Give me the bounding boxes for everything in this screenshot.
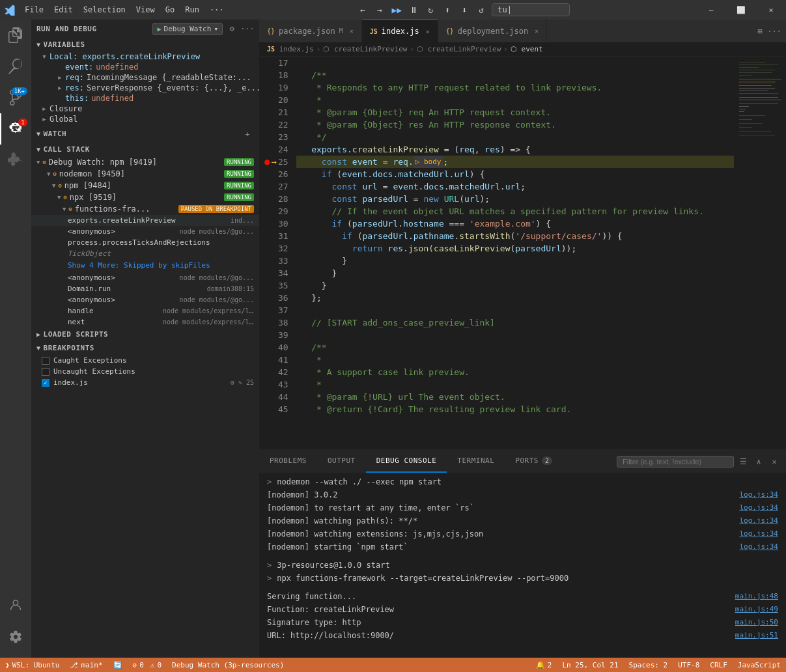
- panel-close-btn[interactable]: ✕: [768, 455, 781, 468]
- debug-settings-btn[interactable]: ⚙: [225, 22, 238, 35]
- tab-package[interactable]: {} package.json M ✕: [259, 20, 362, 42]
- debug-continue-btn[interactable]: ▶▶: [389, 2, 404, 18]
- console-file-11[interactable]: main.js:50: [735, 617, 778, 628]
- frame-domain-run[interactable]: Domain.run domain 388:15: [31, 283, 259, 294]
- debug-config-select[interactable]: ▶ Debug Watch ▾: [152, 23, 223, 35]
- debug-back-btn[interactable]: ←: [355, 2, 371, 18]
- filter-input[interactable]: [617, 456, 734, 468]
- frame-create-link[interactable]: exports.createLinkPreview ind...: [31, 215, 259, 226]
- breadcrumb-file[interactable]: JS index.js: [267, 45, 314, 53]
- debug-pause-btn[interactable]: ⏸: [406, 2, 421, 18]
- debug-refresh-btn[interactable]: ↻: [423, 2, 438, 18]
- breadcrumb-event[interactable]: ⬡ event: [511, 45, 543, 53]
- status-errors[interactable]: ⊘ 0 ⚠ 0: [128, 658, 167, 672]
- tab-index[interactable]: JS index.js ✕: [362, 20, 438, 42]
- status-notifications[interactable]: 🔔 2: [531, 658, 557, 672]
- panel-tab-terminal[interactable]: TERMINAL: [447, 450, 505, 473]
- menu-file[interactable]: File: [20, 0, 49, 20]
- menu-go[interactable]: Go: [160, 0, 180, 20]
- var-res[interactable]: ▶ res: ServerResponse {_events: {...}, _…: [31, 83, 259, 93]
- status-git[interactable]: ⎇ main*: [64, 658, 107, 672]
- debug-step-into-btn[interactable]: ⬇: [456, 2, 472, 18]
- tab-deployment-close[interactable]: ✕: [535, 27, 539, 35]
- bp-caught[interactable]: Caught Exceptions: [31, 355, 259, 366]
- breakpoints-header[interactable]: ▼ BREAKPOINTS: [31, 341, 259, 355]
- debug-more-btn[interactable]: ···: [241, 22, 254, 35]
- activity-settings[interactable]: [0, 621, 31, 652]
- split-editor-btn[interactable]: ⊞: [753, 25, 766, 38]
- closure-group[interactable]: ▶ Closure: [31, 104, 259, 114]
- frame-tickobject[interactable]: TickObject: [31, 248, 259, 259]
- panel-tab-ports[interactable]: PORTS 2: [505, 450, 563, 473]
- watch-header[interactable]: ▼ WATCH +: [31, 124, 259, 143]
- tab-index-close[interactable]: ✕: [426, 28, 430, 35]
- tab-package-close[interactable]: ✕: [350, 27, 354, 35]
- more-actions-btn[interactable]: ···: [768, 25, 781, 38]
- frame-anon1[interactable]: <anonymous> node_modules/@go...: [31, 226, 259, 237]
- bp-uncaught-checkbox[interactable]: [42, 368, 49, 376]
- activity-search[interactable]: [0, 51, 31, 82]
- console-file-3[interactable]: log.js:34: [739, 502, 778, 514]
- debug-step-over-btn[interactable]: ⬆: [440, 2, 455, 18]
- console-file-10[interactable]: main.js:49: [735, 604, 778, 615]
- panel-collapse-btn[interactable]: ∧: [752, 455, 765, 468]
- search-input-title[interactable]: tu|: [492, 3, 570, 16]
- variables-header[interactable]: ▼ VARIABLES: [31, 38, 259, 51]
- console-file-5[interactable]: log.js:34: [739, 528, 778, 540]
- window-close-btn[interactable]: ✕: [756, 0, 786, 20]
- window-maximize-btn[interactable]: ⬜: [726, 0, 756, 20]
- filter-sort-btn[interactable]: ☰: [737, 455, 750, 468]
- status-wsl[interactable]: ❯ WSL: Ubuntu: [0, 658, 64, 672]
- var-event[interactable]: event: undefined: [31, 62, 259, 72]
- frame-processticks[interactable]: process.processTicksAndRejections: [31, 237, 259, 248]
- local-group[interactable]: ▼ Local: exports.createLinkPreview: [31, 51, 259, 62]
- status-line-ending[interactable]: CRLF: [705, 658, 733, 672]
- frame-handle[interactable]: handle node_modules/express/lib/...: [31, 305, 259, 316]
- activity-extensions[interactable]: [0, 145, 31, 176]
- activity-debug[interactable]: 1: [0, 113, 31, 145]
- status-encoding[interactable]: UTF-8: [673, 658, 705, 672]
- stack-npm2[interactable]: ▼ ⚙ npm [9484] RUNNING: [31, 180, 259, 191]
- loaded-scripts-header[interactable]: ▶ LOADED SCRIPTS: [31, 328, 259, 341]
- menu-run[interactable]: Run: [180, 0, 204, 20]
- debug-restart-btn[interactable]: ↺: [473, 2, 489, 18]
- console-file-4[interactable]: log.js:34: [739, 515, 778, 527]
- tab-deployment[interactable]: {} deployment.json ✕: [438, 20, 547, 42]
- bp-indexjs[interactable]: index.js ⚙ ✎ 25: [31, 377, 259, 388]
- global-group[interactable]: ▶ Global: [31, 114, 259, 124]
- breadcrumb-func1[interactable]: ⬡ createLinkPreview: [323, 45, 407, 53]
- show-more-link[interactable]: Show 4 More: Skipped by skipFiles: [31, 259, 259, 272]
- status-debug-label[interactable]: Debug Watch (3p-resources): [167, 658, 289, 672]
- console-file-12[interactable]: main.js:51: [735, 630, 778, 641]
- menu-edit[interactable]: Edit: [49, 0, 78, 20]
- bp-caught-checkbox[interactable]: [42, 357, 49, 365]
- stack-npx[interactable]: ▼ ⚙ npx [9519] RUNNING: [31, 191, 259, 203]
- status-position[interactable]: Ln 25, Col 21: [557, 658, 623, 672]
- var-req[interactable]: ▶ req: IncomingMessage {_readableState:.…: [31, 72, 259, 83]
- console-file-9[interactable]: main.js:48: [735, 591, 778, 602]
- status-language[interactable]: JavaScript: [733, 658, 786, 672]
- callstack-header[interactable]: ▼ CALL STACK: [31, 143, 259, 156]
- activity-account[interactable]: [0, 590, 31, 621]
- watch-add-btn[interactable]: +: [241, 127, 254, 140]
- debug-fwd-btn[interactable]: →: [372, 2, 387, 18]
- stack-process-npm[interactable]: ▼ ⚙ Debug Watch: npm [9419] RUNNING: [31, 156, 259, 168]
- frame-anon3[interactable]: <anonymous> node_modules/@go...: [31, 294, 259, 305]
- console-file-2[interactable]: log.js:34: [739, 489, 778, 501]
- bp-uncaught[interactable]: Uncaught Exceptions: [31, 366, 259, 377]
- stack-functions[interactable]: ▼ ⚙ functions-fra... PAUSED ON BREAKPOIN…: [31, 203, 259, 215]
- status-sync[interactable]: 🔄: [108, 658, 128, 672]
- panel-tab-output[interactable]: OUTPUT: [317, 450, 366, 473]
- status-spaces[interactable]: Spaces: 2: [624, 658, 673, 672]
- frame-next[interactable]: next node_modules/express/lib/ro...: [31, 316, 259, 328]
- console-file-6[interactable]: log.js:34: [739, 541, 778, 553]
- code-content[interactable]: /** * Responds to any HTTP request relat…: [296, 57, 734, 449]
- var-this[interactable]: this: undefined: [31, 93, 259, 104]
- menu-more[interactable]: ···: [204, 0, 229, 20]
- menu-view[interactable]: View: [131, 0, 160, 20]
- frame-anon2[interactable]: <anonymous> node_modules/@go...: [31, 272, 259, 283]
- activity-source-control[interactable]: 1K+: [0, 82, 31, 113]
- activity-explorer[interactable]: [0, 20, 31, 51]
- bp-indexjs-checkbox[interactable]: [42, 379, 49, 387]
- window-minimize-btn[interactable]: —: [696, 0, 726, 20]
